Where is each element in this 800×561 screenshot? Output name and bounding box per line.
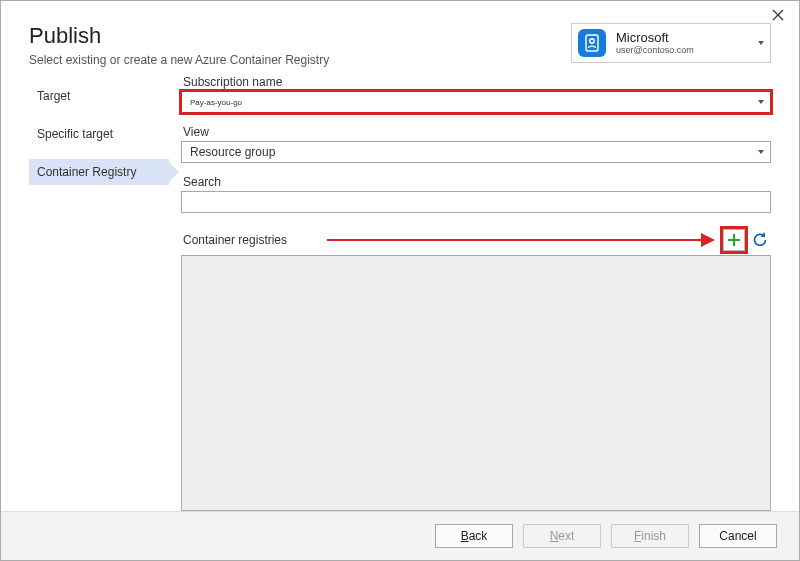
view-value: Resource group (190, 145, 275, 159)
page-title: Publish (29, 23, 329, 49)
account-badge-icon (578, 29, 606, 57)
refresh-icon (751, 231, 769, 249)
wizard-steps-sidebar: Target Specific target Container Registr… (29, 75, 169, 511)
page-subtitle: Select existing or create a new Azure Co… (29, 53, 329, 67)
plus-icon (727, 233, 741, 247)
account-email: user@contoso.com (616, 45, 694, 56)
cancel-button[interactable]: Cancel (699, 524, 777, 548)
subscription-value: Pay-as-you-go (190, 98, 242, 107)
chevron-down-icon (758, 100, 764, 104)
sidebar-item-label: Specific target (37, 127, 113, 141)
account-dropdown[interactable]: Microsoft user@contoso.com (571, 23, 771, 63)
chevron-down-icon (758, 150, 764, 154)
close-icon (772, 9, 784, 23)
main-panel: Subscription name Pay-as-you-go View Res… (169, 75, 771, 511)
subscription-dropdown[interactable]: Pay-as-you-go (181, 91, 771, 113)
create-registry-button[interactable] (723, 229, 745, 251)
publish-dialog: Publish Select existing or create a new … (0, 0, 800, 561)
dialog-footer: Back Next Finish Cancel (1, 511, 799, 560)
finish-button: Finish (611, 524, 689, 548)
dialog-header: Publish Select existing or create a new … (1, 1, 799, 75)
refresh-registries-button[interactable] (749, 229, 771, 251)
close-button[interactable] (769, 7, 787, 25)
subscription-label: Subscription name (183, 75, 771, 89)
search-label: Search (183, 175, 771, 189)
registries-label: Container registries (183, 233, 287, 247)
next-button: Next (523, 524, 601, 548)
account-name: Microsoft (616, 30, 694, 46)
back-button[interactable]: Back (435, 524, 513, 548)
sidebar-item-label: Container Registry (37, 165, 136, 179)
view-label: View (183, 125, 771, 139)
search-input[interactable] (181, 191, 771, 213)
sidebar-item-container-registry[interactable]: Container Registry (29, 159, 169, 185)
sidebar-item-label: Target (37, 89, 70, 103)
view-dropdown[interactable]: Resource group (181, 141, 771, 163)
svg-point-1 (590, 39, 594, 43)
chevron-down-icon (758, 41, 764, 45)
sidebar-item-specific-target[interactable]: Specific target (29, 121, 169, 147)
container-registries-list[interactable] (181, 255, 771, 511)
sidebar-item-target[interactable]: Target (29, 83, 169, 109)
callout-arrow (327, 229, 715, 251)
